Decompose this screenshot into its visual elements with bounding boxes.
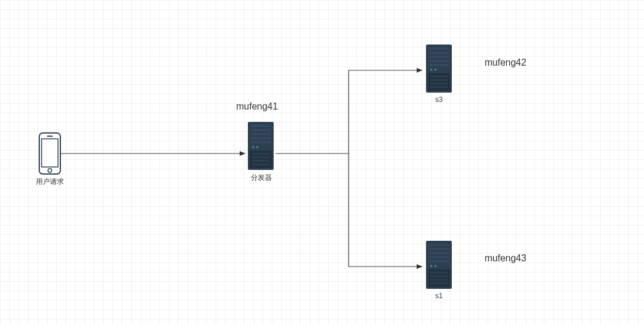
svg-rect-34 (429, 256, 449, 258)
svg-rect-19 (429, 52, 449, 54)
diagram-canvas: 用户请求 mufeng41 分发器 mufeng42 (0, 0, 644, 324)
svg-rect-16 (252, 163, 270, 165)
svg-rect-26 (430, 76, 448, 77)
svg-point-11 (256, 146, 258, 148)
server-icon-bottom (425, 240, 452, 292)
svg-rect-31 (429, 244, 449, 246)
svg-rect-3 (47, 136, 53, 137)
phone-icon (39, 132, 61, 177)
svg-rect-20 (429, 56, 449, 58)
svg-rect-18 (429, 47, 449, 50)
svg-rect-29 (430, 86, 448, 88)
server-bottom-title: mufeng43 (485, 253, 526, 264)
connections-layer (0, 0, 644, 324)
svg-rect-28 (430, 83, 448, 84)
svg-rect-40 (430, 275, 448, 277)
svg-rect-15 (252, 160, 270, 162)
svg-point-23 (430, 69, 432, 71)
svg-rect-9 (251, 141, 271, 144)
svg-rect-1 (42, 139, 58, 167)
svg-rect-41 (430, 279, 448, 281)
svg-rect-39 (430, 272, 448, 274)
server-icon-dispatcher (247, 121, 274, 173)
svg-rect-42 (430, 282, 448, 284)
svg-rect-32 (429, 248, 449, 250)
svg-rect-14 (252, 156, 270, 158)
svg-point-10 (252, 146, 254, 148)
dispatcher-label: 分发器 (248, 173, 274, 183)
svg-rect-21 (429, 60, 449, 62)
svg-point-24 (434, 69, 437, 71)
svg-point-36 (430, 265, 432, 267)
edge-dispatcher-s1 (349, 154, 422, 267)
svg-rect-6 (251, 129, 271, 131)
server-icon-top (425, 44, 452, 96)
svg-rect-13 (252, 153, 270, 155)
svg-rect-5 (251, 125, 271, 127)
server-bottom-label: s1 (432, 292, 446, 300)
svg-rect-33 (429, 252, 449, 254)
client-label: 用户请求 (35, 177, 64, 187)
svg-rect-7 (251, 133, 271, 135)
svg-rect-8 (251, 137, 271, 139)
svg-rect-35 (429, 260, 449, 262)
dispatcher-title: mufeng41 (236, 101, 278, 112)
edge-dispatcher-s3 (275, 70, 422, 154)
server-top-label: s3 (432, 96, 446, 104)
svg-rect-27 (430, 79, 448, 81)
svg-point-37 (434, 265, 437, 267)
svg-rect-22 (429, 64, 449, 66)
server-top-title: mufeng42 (485, 57, 526, 68)
